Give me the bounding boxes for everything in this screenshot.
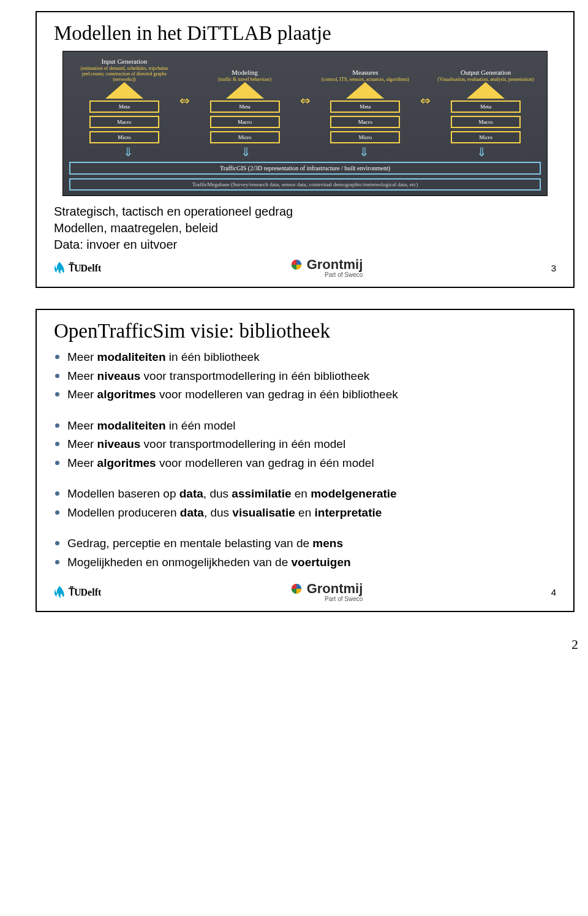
tudelft-logo: T̃UDelft [54, 262, 101, 275]
flame-icon [54, 262, 65, 275]
grontmij-logo: Grontmij Part of Sweco [290, 258, 363, 278]
diagram-pyramids-row: Input Generation(estimation of demand, s… [69, 58, 541, 143]
down-arrows: ⇓⇓⇓⇓ [69, 146, 541, 158]
slide-title: Modellen in het DiTTLAB plaatje [54, 22, 556, 45]
bullet-item: Modellen produceren data, dus visualisat… [54, 504, 556, 522]
grontmij-logo: Grontmij Part of Sweco [290, 582, 363, 602]
trafficmegabase-row: TrafficMegabase (Survey/research data, s… [69, 178, 541, 191]
slide-footer: T̃UDelft Grontmij Part of Sweco 4 [54, 582, 556, 607]
bidir-arrow-icon: ⇔ [179, 93, 190, 108]
pinwheel-icon [290, 582, 303, 596]
pyramid-0: Input Generation(estimation of demand, s… [69, 58, 179, 143]
bullet-item: Meer algoritmes voor modelleren van gedr… [54, 455, 556, 472]
pyramid-1: Modeling(traffic & travel behaviour)Meta… [190, 69, 300, 143]
page-number: 2 [11, 637, 588, 653]
body-line: Modellen, maatregelen, beleid [54, 220, 556, 237]
slide-body: Strategisch, tactisch en operationeel ge… [54, 203, 556, 253]
pyramid-3: Output Generation(Visualisation, evaluat… [431, 69, 541, 143]
slide-3: Modellen in het DiTTLAB plaatje Input Ge… [36, 11, 575, 288]
pyramid-2: Measures(control, ITS, sensors, actuator… [311, 69, 421, 143]
trafficgis-row: TrafficGIS (2/3D representation of infra… [69, 162, 541, 175]
tudelft-logo: T̃UDelft [54, 586, 101, 599]
bullet-item: Meer modaliteiten in één model [54, 417, 556, 435]
diagram-chalkboard: Input Generation(estimation of demand, s… [62, 51, 548, 196]
bidir-arrow-icon: ⇔ [420, 93, 431, 108]
bullet-item: Meer niveaus voor transportmodellering i… [54, 436, 556, 453]
bidir-arrow-icon: ⇔ [300, 93, 311, 108]
bullet-item: Meer modaliteiten in één bibliotheek [54, 349, 556, 366]
slide-4: OpenTrafficSim visie: bibliotheek Meer m… [36, 309, 575, 612]
bullet-item: Gedrag, perceptie en mentale belasting v… [54, 535, 556, 553]
slide-number: 3 [551, 263, 556, 273]
bullet-item: Mogelijkheden en onmogelijkheden van de … [54, 554, 556, 572]
body-line: Strategisch, tactisch en operationeel ge… [54, 203, 556, 220]
bullet-item: Meer niveaus voor transportmodellering i… [54, 368, 556, 385]
slide-number: 4 [551, 587, 556, 597]
slide-title: OpenTrafficSim visie: bibliotheek [54, 320, 556, 343]
bullet-item: Meer algoritmes voor modelleren van gedr… [54, 386, 556, 404]
body-line: Data: invoer en uitvoer [54, 237, 556, 253]
slide-footer: T̃UDelft Grontmij Part of Sweco 3 [54, 258, 556, 283]
pinwheel-icon [290, 258, 303, 271]
bullet-list: Meer modaliteiten in één bibliotheekMeer… [54, 349, 556, 571]
bullet-item: Modellen baseren op data, dus assimilati… [54, 485, 556, 503]
flame-icon [54, 586, 65, 599]
